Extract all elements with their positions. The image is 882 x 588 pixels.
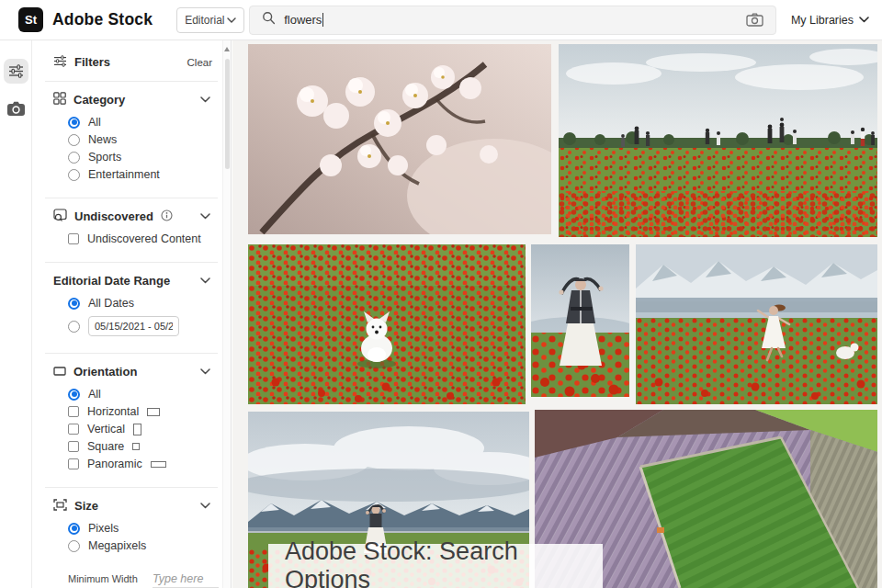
chevron-down-icon[interactable] [200, 277, 210, 284]
chevron-down-icon[interactable] [200, 503, 210, 509]
checkbox-icon [68, 233, 79, 244]
my-libraries-menu[interactable]: My Libraries [791, 14, 869, 27]
category-section: Category All News Sports [45, 82, 218, 198]
adobe-stock-logo[interactable]: St [18, 7, 43, 32]
radio-icon [68, 389, 80, 401]
filters-header: Filters Clear [45, 42, 218, 82]
search-results-grid: Adobe Stock: Search Options [232, 40, 882, 588]
photo-dog-in-poppies[interactable] [248, 244, 526, 404]
size-section: Size Pixels Megapixels Minimum Width [45, 488, 218, 588]
chevron-down-icon[interactable] [200, 213, 210, 220]
search-input[interactable]: flowers [249, 6, 776, 35]
filters-rail-button[interactable] [4, 59, 28, 84]
checkbox-undiscovered-content[interactable]: Undiscovered Content [68, 232, 216, 245]
radio-icon [68, 117, 80, 129]
radio-pixels[interactable]: Pixels [68, 522, 216, 535]
radio-label: Megapixels [88, 539, 146, 552]
left-icon-rail [0, 40, 32, 588]
orientation-icon [53, 366, 66, 379]
category-title: Category [74, 93, 125, 107]
scope-dropdown[interactable]: Editorial [176, 7, 244, 33]
radio-all-dates[interactable]: All Dates [68, 297, 216, 310]
panel-scrollbar[interactable] [222, 40, 231, 588]
undiscovered-section: Undiscovered Undiscovered Content [45, 198, 218, 263]
top-bar: St Adobe Stock Editorial flowers My Libr… [0, 0, 882, 40]
radio-category-entertainment[interactable]: Entertainment [68, 168, 216, 181]
radio-icon [68, 298, 80, 310]
radio-label: All [88, 388, 101, 401]
radio-category-sports[interactable]: Sports [68, 151, 216, 164]
date-range-section: Editorial Date Range All Dates [45, 263, 218, 354]
photo-cherry-blossoms[interactable] [248, 44, 551, 234]
search-icon [262, 11, 276, 28]
checkbox-icon [68, 406, 79, 417]
text-caret [322, 13, 323, 27]
caption-text: Adobe Stock: Search Options [285, 537, 603, 588]
radio-label: News [88, 133, 117, 146]
info-icon[interactable] [161, 209, 173, 224]
camera-rail-button[interactable] [4, 96, 28, 121]
horizontal-shape-icon [147, 408, 160, 416]
chevron-down-icon[interactable] [200, 368, 210, 375]
chevron-down-icon [859, 17, 869, 23]
radio-label: All Dates [88, 297, 134, 310]
radio-orientation-all[interactable]: All [68, 388, 216, 401]
visual-search-camera-icon[interactable] [746, 13, 763, 27]
checkbox-icon [68, 458, 79, 469]
checkbox-label: Horizontal [87, 405, 139, 418]
size-icon [53, 499, 67, 514]
date-range-title: Editorial Date Range [53, 274, 170, 288]
chevron-down-icon [227, 17, 236, 23]
radio-label: All [88, 116, 101, 129]
checkbox-icon [68, 441, 79, 452]
checkbox-horizontal[interactable]: Horizontal [68, 405, 216, 418]
radio-icon [68, 540, 80, 552]
checkbox-square[interactable]: Square [68, 440, 216, 453]
undiscovered-title: Undiscovered [74, 209, 153, 223]
panoramic-shape-icon [151, 461, 166, 468]
sliders-icon [53, 55, 67, 70]
my-libraries-label: My Libraries [791, 14, 854, 27]
photo-traditional-dress-narrow[interactable] [531, 244, 629, 397]
clear-filters-button[interactable]: Clear [187, 57, 212, 68]
scrollbar-thumb[interactable] [225, 59, 230, 169]
checkbox-label: Undiscovered Content [87, 232, 201, 245]
scrollbar-up-arrow[interactable] [224, 47, 230, 51]
checkbox-label: Square [87, 440, 124, 453]
checkbox-vertical[interactable]: Vertical [68, 423, 216, 435]
search-query-text: flowers [284, 13, 322, 27]
checkbox-label: Panoramic [87, 458, 142, 470]
radio-label: Pixels [88, 522, 119, 535]
square-shape-icon [132, 443, 140, 450]
radio-icon [68, 134, 80, 146]
checkbox-label: Vertical [87, 423, 125, 435]
photo-poppy-field-people[interactable] [559, 44, 877, 237]
radio-custom-date-range[interactable] [68, 316, 216, 336]
min-width-label: Minimum Width [68, 573, 145, 584]
radio-category-news[interactable]: News [68, 133, 216, 146]
chevron-down-icon[interactable] [200, 96, 210, 103]
orientation-section: Orientation All Horizontal Vertical [45, 354, 218, 488]
camera-icon [6, 101, 26, 117]
radio-icon [68, 169, 80, 181]
video-caption-overlay: Adobe Stock: Search Options [268, 544, 603, 588]
radio-label: Entertainment [88, 168, 160, 181]
radio-icon [68, 321, 80, 333]
date-range-input[interactable] [88, 316, 179, 336]
brand-title: Adobe Stock [52, 10, 153, 29]
radio-icon [68, 523, 80, 535]
filters-title: Filters [74, 55, 110, 69]
scope-dropdown-value: Editorial [185, 14, 224, 27]
min-width-input[interactable] [153, 572, 219, 588]
photo-runner-poppy-field[interactable] [636, 244, 877, 404]
category-grid-icon [53, 92, 66, 107]
radio-icon [68, 152, 80, 164]
undiscovered-icon [53, 209, 67, 224]
checkbox-panoramic[interactable]: Panoramic [68, 458, 216, 470]
size-title: Size [74, 499, 98, 513]
vertical-shape-icon [133, 424, 141, 435]
radio-category-all[interactable]: All [68, 116, 216, 129]
checkbox-icon [68, 424, 79, 435]
radio-megapixels[interactable]: Megapixels [68, 539, 216, 552]
filters-panel: Filters Clear Category All [32, 40, 232, 588]
